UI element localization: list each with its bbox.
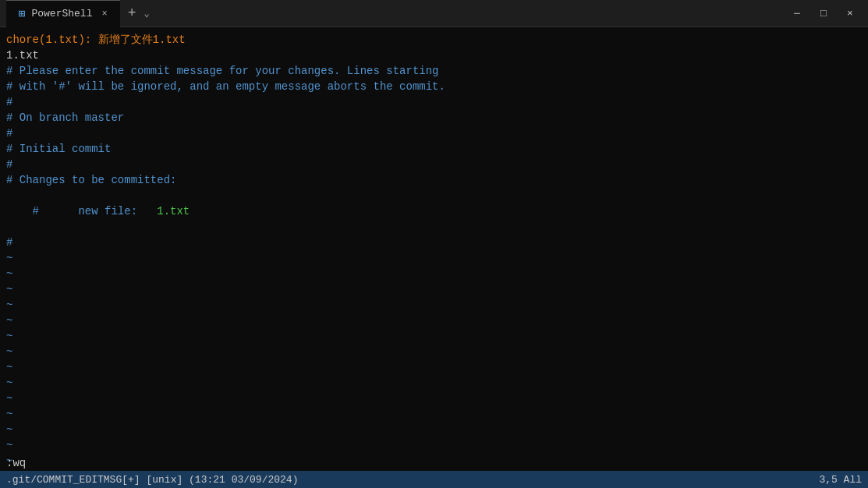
comment-line-5: # <box>6 126 862 141</box>
tab-label: PowerShell <box>31 8 92 19</box>
tilde-12: ~ <box>6 422 862 437</box>
tilde-11: ~ <box>6 406 862 422</box>
powershell-tab[interactable]: ⊞ PowerShell × <box>6 0 120 27</box>
comment-line-8: # Changes to be committed: <box>6 172 862 188</box>
comment-line-4: # On branch master <box>6 110 862 126</box>
status-bar: .git/COMMIT_EDITMSG[+] [unix] (13:21 03/… <box>0 471 868 488</box>
new-file-label: new file: <box>39 205 157 217</box>
maximize-button[interactable]: □ <box>812 2 835 25</box>
new-file-line: # new file: 1.txt <box>6 188 862 235</box>
terminal-area: chore(1.txt): 新增了文件1.txt 1.txt # Please … <box>0 27 868 488</box>
new-file-comment-hash: # <box>33 205 39 217</box>
title-bar: ⊞ PowerShell × + ⌄ ─ □ × <box>0 0 868 27</box>
tilde-7: ~ <box>6 344 862 359</box>
comment-line-7: # <box>6 157 862 172</box>
close-button[interactable]: × <box>838 2 862 25</box>
new-tab-button[interactable]: + <box>123 5 141 21</box>
new-file-name: 1.txt <box>157 205 190 217</box>
tilde-4: ~ <box>6 297 862 313</box>
tilde-5: ~ <box>6 313 862 328</box>
tab-close-button[interactable]: × <box>101 9 107 19</box>
tilde-2: ~ <box>6 266 862 281</box>
minimize-button[interactable]: ─ <box>785 2 809 25</box>
powershell-icon: ⊞ <box>19 7 25 20</box>
comment-line-1: # Please enter the commit message for yo… <box>6 63 862 79</box>
vim-command-line: :wq <box>0 455 32 471</box>
commit-message-line: chore(1.txt): 新增了文件1.txt <box>6 32 862 48</box>
tab-dropdown-button[interactable]: ⌄ <box>140 8 152 19</box>
comment-line-9: # <box>6 235 862 250</box>
window-controls: ─ □ × <box>785 2 862 25</box>
tilde-1: ~ <box>6 250 862 266</box>
tilde-14: ~ <box>6 453 862 469</box>
tilde-6: ~ <box>6 328 862 344</box>
comment-line-6: # Initial commit <box>6 141 862 157</box>
status-left: .git/COMMIT_EDITMSG[+] [unix] (13:21 03/… <box>6 474 819 486</box>
tilde-9: ~ <box>6 375 862 391</box>
tab-area: ⊞ PowerShell × + ⌄ <box>6 0 785 27</box>
tilde-3: ~ <box>6 281 862 297</box>
tilde-13: ~ <box>6 437 862 453</box>
comment-line-3: # <box>6 94 862 110</box>
status-right: 3,5 All <box>819 474 862 486</box>
tilde-10: ~ <box>6 391 862 406</box>
filename-line: 1.txt <box>6 48 862 63</box>
tilde-8: ~ <box>6 359 862 375</box>
comment-line-2: # with '#' will be ignored, and an empty… <box>6 79 862 94</box>
